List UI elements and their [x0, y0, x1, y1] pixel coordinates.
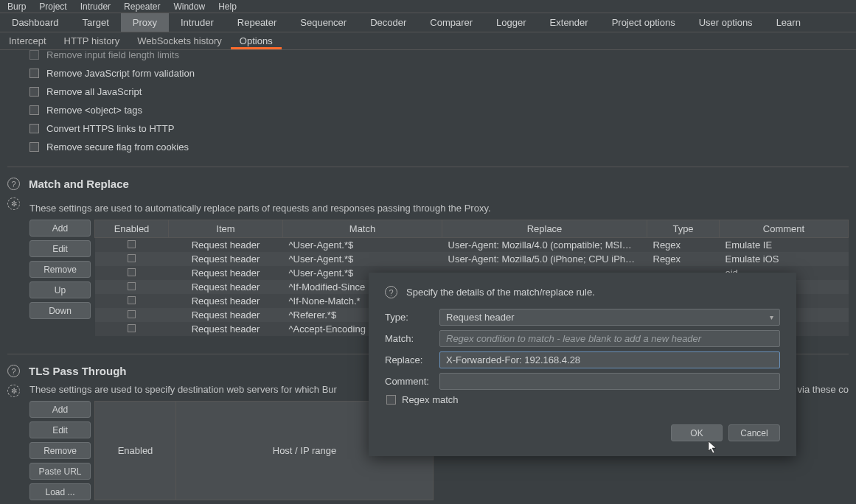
cell-item: Request header: [169, 308, 283, 322]
help-icon[interactable]: ?: [385, 286, 397, 298]
check-label: Remove all JavaScript: [46, 86, 142, 97]
row-checkbox[interactable]: [128, 254, 136, 262]
section-desc: These settings are used to automatically…: [0, 197, 849, 220]
cell-item: Request header: [169, 238, 283, 253]
paste-url-button[interactable]: Paste URL: [29, 463, 91, 480]
menu-burp[interactable]: Burp: [7, 1, 26, 12]
table-row[interactable]: Request header ^User-Agent.*$ User-Agent…: [95, 252, 849, 266]
help-icon[interactable]: ?: [7, 178, 20, 190]
menu-window[interactable]: Window: [173, 1, 205, 12]
remove-button[interactable]: Remove: [29, 261, 91, 278]
row-checkbox[interactable]: [128, 282, 136, 290]
col-type[interactable]: Type: [647, 220, 720, 238]
tab-dashboard[interactable]: Dashboard: [0, 13, 71, 32]
cell-item: Request header: [169, 266, 283, 280]
type-label: Type:: [385, 312, 439, 323]
cell-replace: User-Agent: Mozilla/5.0 (iPhone; CPU iPh…: [442, 252, 647, 266]
replace-label: Replace:: [385, 354, 439, 365]
tab-proxy[interactable]: Proxy: [121, 13, 169, 32]
col-replace[interactable]: Replace: [442, 220, 647, 238]
ok-button[interactable]: OK: [671, 424, 723, 441]
remove-button[interactable]: Remove: [29, 442, 91, 459]
tab-extender[interactable]: Extender: [538, 13, 600, 32]
chevron-down-icon: ▾: [770, 313, 773, 321]
tab-user-options[interactable]: User options: [687, 13, 765, 32]
add-button[interactable]: Add: [29, 401, 91, 418]
subtab-intercept[interactable]: Intercept: [0, 32, 55, 49]
row-checkbox[interactable]: [128, 296, 136, 304]
comment-input[interactable]: [439, 373, 780, 390]
col-match[interactable]: Match: [283, 220, 442, 238]
cell-item: Request header: [169, 280, 283, 294]
menubar: Burp Project Intruder Repeater Window He…: [0, 0, 856, 13]
section-desc-tail: e via these co: [790, 384, 849, 395]
tab-comparer[interactable]: Comparer: [418, 13, 484, 32]
match-label: Match:: [385, 333, 439, 344]
down-button[interactable]: Down: [29, 302, 91, 319]
match-replace-dialog: ? Specify the details of the match/repla…: [369, 273, 796, 456]
row-checkbox[interactable]: [128, 240, 136, 248]
main-tabs: Dashboard Target Proxy Intruder Repeater…: [0, 13, 856, 32]
col-comment[interactable]: Comment: [720, 220, 849, 238]
cell-item: Request header: [169, 252, 283, 266]
section-desc: These settings are used to specify desti…: [29, 384, 337, 395]
section-title-tls: TLS Pass Through: [29, 365, 127, 377]
edit-button[interactable]: Edit: [29, 421, 91, 438]
cell-match: ^User-Agent.*$: [283, 238, 442, 253]
checkbox[interactable]: [29, 124, 39, 133]
menu-intruder[interactable]: Intruder: [80, 1, 111, 12]
regex-label: Regex match: [402, 394, 459, 405]
cell-comment: Emulate IE: [720, 238, 849, 253]
checkbox[interactable]: [29, 105, 39, 115]
cell-type: Regex: [647, 252, 720, 266]
dialog-instruction: Specify the details of the match/replace…: [406, 284, 595, 298]
subtab-http-history[interactable]: HTTP history: [55, 32, 129, 49]
replace-input[interactable]: [439, 351, 780, 368]
col-enabled[interactable]: Enabled: [95, 402, 176, 500]
tab-intruder[interactable]: Intruder: [169, 13, 226, 32]
cell-type: Regex: [647, 238, 720, 253]
row-checkbox[interactable]: [128, 268, 136, 276]
gear-icon[interactable]: ✼: [7, 197, 20, 210]
tab-decoder[interactable]: Decoder: [358, 13, 418, 32]
up-button[interactable]: Up: [29, 281, 91, 298]
checkbox[interactable]: [29, 87, 39, 97]
tab-logger[interactable]: Logger: [484, 13, 537, 32]
checkbox[interactable]: [29, 69, 39, 78]
tab-learn[interactable]: Learn: [765, 13, 812, 32]
match-input[interactable]: [439, 330, 780, 347]
tab-sequencer[interactable]: Sequencer: [288, 13, 358, 32]
checkbox[interactable]: [29, 142, 39, 152]
cell-replace: User-Agent: Mozilla/4.0 (compatible; MSI…: [442, 238, 647, 253]
subtab-websockets-history[interactable]: WebSockets history: [128, 32, 231, 49]
load-button[interactable]: Load ...: [29, 483, 91, 500]
cell-item: Request header: [169, 322, 283, 336]
tab-project-options[interactable]: Project options: [600, 13, 687, 32]
cancel-button[interactable]: Cancel: [728, 424, 780, 441]
row-checkbox[interactable]: [128, 324, 136, 332]
gear-icon[interactable]: ✼: [7, 385, 20, 397]
check-label: Remove JavaScript form validation: [46, 68, 195, 79]
sub-tabs: Intercept HTTP history WebSockets histor…: [0, 32, 856, 50]
menu-repeater[interactable]: Repeater: [124, 1, 160, 12]
col-item[interactable]: Item: [169, 220, 283, 238]
type-select[interactable]: Request header ▾: [439, 309, 780, 326]
subtab-options[interactable]: Options: [231, 32, 282, 49]
cell-item: Request header: [169, 294, 283, 308]
table-row[interactable]: Request header ^User-Agent.*$ User-Agent…: [95, 238, 849, 253]
check-label: Remove secure flag from cookies: [46, 141, 189, 153]
check-label: Remove input field length limits: [46, 50, 179, 60]
regex-checkbox[interactable]: [386, 395, 396, 405]
tab-repeater[interactable]: Repeater: [226, 13, 288, 32]
section-title-match-replace: Match and Replace: [29, 178, 129, 190]
menu-project[interactable]: Project: [39, 1, 66, 12]
edit-button[interactable]: Edit: [29, 240, 91, 257]
menu-help[interactable]: Help: [218, 1, 237, 12]
tab-target[interactable]: Target: [71, 13, 121, 32]
checkbox[interactable]: [29, 50, 39, 60]
add-button[interactable]: Add: [29, 220, 91, 237]
comment-label: Comment:: [385, 376, 439, 387]
row-checkbox[interactable]: [128, 310, 136, 318]
col-enabled[interactable]: Enabled: [95, 220, 169, 238]
help-icon[interactable]: ?: [7, 365, 20, 377]
